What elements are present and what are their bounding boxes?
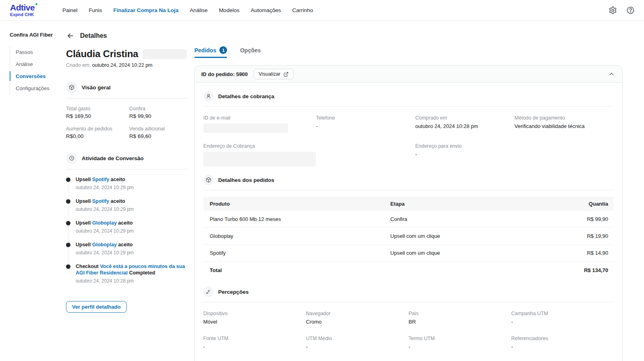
package-icon [203,175,214,185]
order-card: ID do pedido: 5900 Visualizar [194,65,623,361]
view-order-button[interactable]: Visualizar [254,69,294,79]
orders-panel: Pedidos 1 Opções ID do pedido: 5900 Visu… [194,46,623,361]
field-utm-medio: UTM Médio - [306,336,409,350]
field-value: outubro 24, 2024 10:28 pm [415,123,515,129]
external-link-icon [283,72,289,77]
timeline-dot [66,221,70,225]
stat-label: Total gasto [66,106,129,111]
field-label: Termo UTM [409,336,511,341]
orders-count-badge: 1 [219,46,227,54]
stat-venda-adicional: Venda adicional R$ 69,60 [129,126,188,139]
event-title: Upsell Globoplay aceito [76,241,188,248]
field-comprado-em: Comprado em outubro 24, 2024 10:28 pm [415,115,515,133]
stat-value: R$0,00 [66,133,129,139]
conversion-activity-section: Atividade de Conversão Upsell Spotify ac… [66,153,188,313]
overview-section: Visão geral Total gasto R$ 169,50 Confir… [66,82,188,139]
stat-label: Confira [129,106,188,111]
redacted-address-placeholder [203,152,316,167]
field-label: Método de pagamento [514,115,614,121]
timeline-dot [66,199,70,204]
field-label: Comprado em [415,115,515,121]
field-dispositivo: Dispositivo Móvel [203,311,306,325]
help-icon[interactable] [625,5,635,15]
customer-name-row: Cláudia Cristina [66,48,188,60]
stat-value: R$ 169,50 [66,113,129,119]
order-card-header: ID do pedido: 5900 Visualizar [195,66,622,83]
field-referenciadores: Referenciadores - [511,336,614,350]
field-value: - [511,319,614,325]
stat-label: Aumento de pedidos [66,126,129,132]
nav-item-painel[interactable]: Painel [62,7,78,13]
event-link[interactable]: Spotify [92,198,109,204]
clock-icon [66,153,77,164]
field-value: - [316,123,415,129]
event-prefix: Upsell [76,220,91,226]
activity-title: Atividade de Conversão [82,155,144,161]
nav-item-carrinho[interactable]: Carrinho [292,7,313,13]
view-order-label: Visualizar [259,71,281,77]
customer-detail-column: Detalhes Cláudia Cristina Criado em: out… [66,31,188,313]
field-metodo-pagamento: Método de pagamento Verificando viabilid… [514,115,614,133]
settings-gear-icon[interactable] [608,5,617,15]
event-suffix: aceito [118,242,133,248]
timeline-dot [66,264,70,269]
nav-item-finalizar-compra[interactable]: Finalizar Compra Na Loja [114,7,179,13]
field-telefone: Telefone - [316,115,415,133]
activity-timeline: Upsell Spotify aceito outubro 24, 2024 1… [66,176,188,284]
col-etapa: Etapa [384,201,552,207]
billing-title: Detalhes de cobrança [218,93,275,99]
field-label: Dispositivo [203,311,306,316]
order-details-section-header: Detalhes dos pedidos [203,167,614,190]
detail-header: Detalhes [66,31,188,40]
tab-opcoes[interactable]: Opções [240,47,260,58]
event-link[interactable]: Globoplay [92,242,117,248]
cell-quantia: R$ 19,90 [552,233,614,239]
field-value: - [415,151,515,157]
event-link[interactable]: Spotify [92,177,109,182]
total-label: Total [203,267,384,273]
event-link[interactable]: Globoplay [92,220,117,226]
order-card-body: Detalhes de cobrança ID de e-mail Telefo… [195,83,622,361]
event-prefix: Upsell [76,198,91,204]
created-at: Criado em: outubro 24, 2024 10:22 pm [66,62,188,68]
field-label: Telefone [316,115,415,121]
field-value: - [511,344,614,350]
nav-item-funis[interactable]: Funis [89,7,102,13]
view-profile-button[interactable]: Ver perfil detalhado [66,301,127,313]
timeline-event: Upsell Spotify aceito outubro 24, 2024 1… [66,198,188,212]
brand-logo[interactable]: Adtive Expnd CHK [10,3,62,17]
nav-item-analise[interactable]: Análise [190,7,208,13]
sidebar-item-passos[interactable]: Passos [10,46,63,58]
event-title: Checkout Você está a poucos minutos da s… [76,263,188,277]
stat-value: R$ 69,60 [129,133,188,139]
stat-aumento-pedidos: Aumento de pedidos R$0,00 [66,126,129,139]
event-suffix: aceito [111,177,125,182]
event-suffix: aceito [118,220,133,226]
created-value: outubro 24, 2024 10:22 pm [92,62,153,68]
cell-etapa: Upsell com um clique [384,233,552,239]
sidebar-item-configuracoes[interactable]: Configurações [10,82,63,94]
collapse-chevron-up-icon[interactable] [607,70,616,78]
overview-section-header: Visão geral [66,82,188,99]
total-value: R$ 134,70 [552,267,614,273]
nav-item-modelos[interactable]: Modelos [219,7,239,13]
funnel-title: Confira AGI Fiber [10,32,63,38]
billing-fields: ID de e-mail Telefone - Comprado em outu… [203,115,614,167]
funnel-sidebar: Confira AGI Fiber Passos Análise Convers… [10,32,63,94]
back-arrow-icon[interactable] [66,31,75,40]
tab-pedidos[interactable]: Pedidos 1 [194,46,227,58]
sidebar-item-analise[interactable]: Análise [10,58,63,70]
field-campanha-utm: Campanha UTM - [511,311,614,325]
tab-label: Pedidos [194,47,216,54]
sidebar-item-conversoes[interactable]: Conversões [10,70,63,82]
order-id: ID do pedido: 5900 [201,71,248,77]
event-date: outubro 24, 2024 10:28 pm [76,278,188,284]
field-value: - [409,344,511,350]
field-label: ID de e-mail [203,115,316,121]
nav-item-automacoes[interactable]: Automações [251,7,281,13]
field-pais: País BR [409,311,511,325]
event-date: outubro 24, 2024 10:29 pm [76,228,188,234]
field-email: ID de e-mail [203,115,316,133]
stat-total-gasto: Total gasto R$ 169,50 [66,106,129,119]
field-value: - [306,344,409,350]
